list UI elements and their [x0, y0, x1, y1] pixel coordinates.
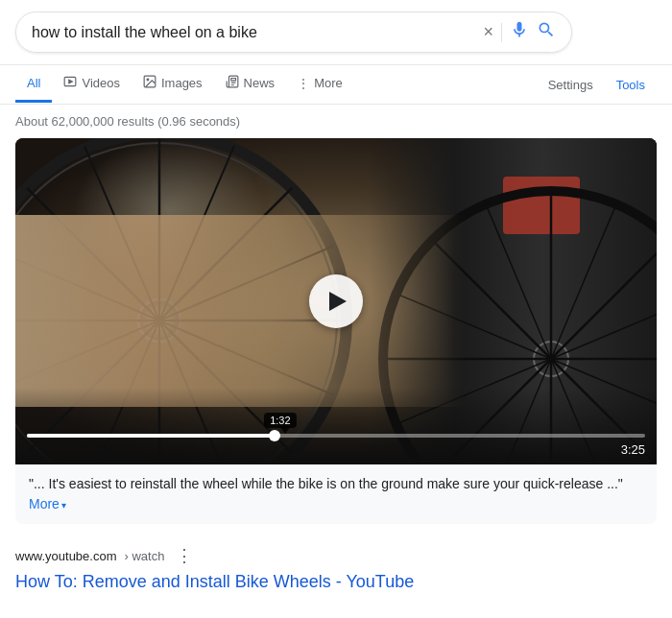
settings-link[interactable]: Settings [537, 68, 605, 102]
play-button[interactable] [309, 274, 363, 328]
source-domain: www.youtube.com [15, 549, 117, 563]
search-divider [501, 23, 502, 42]
search-icon[interactable] [537, 20, 556, 44]
snippet-more-link[interactable]: More▾ [29, 496, 66, 511]
videos-icon [63, 75, 77, 91]
search-bar-container: × [0, 0, 672, 65]
video-progress[interactable] [15, 434, 657, 438]
svg-point-3 [147, 79, 149, 81]
images-icon [143, 75, 156, 91]
tab-all[interactable]: All [15, 66, 52, 103]
tab-news-label: News [244, 76, 276, 90]
video-thumbnail[interactable]: 1:32 3:25 [15, 138, 657, 464]
mic-icon[interactable] [510, 20, 529, 44]
progress-filled [27, 434, 275, 438]
search-input[interactable] [32, 24, 483, 41]
scene-floor [15, 388, 657, 464]
tab-more-label: More [314, 76, 343, 90]
tab-news[interactable]: News [214, 65, 287, 104]
tab-videos[interactable]: Videos [52, 65, 132, 104]
video-result: 1:32 3:25 "... It's easiest to reinstall… [15, 138, 657, 524]
snippet-text: "... It's easiest to reinstall the wheel… [29, 476, 623, 491]
video-duration: 3:25 [621, 442, 645, 457]
source-path: › watch [125, 549, 165, 563]
nav-tabs: All Videos Images News ⋮ [0, 65, 672, 105]
tab-all-label: All [27, 76, 40, 90]
more-dots-icon: ⋮ [298, 77, 309, 90]
progress-track [27, 434, 645, 438]
video-source: www.youtube.com › watch ⋮ [0, 535, 672, 570]
news-icon [226, 75, 239, 91]
tab-videos-label: Videos [82, 76, 120, 90]
tools-link[interactable]: Tools [605, 68, 657, 102]
video-title-container: How To: Remove and Install Bike Wheels -… [0, 570, 672, 607]
tab-images-label: Images [161, 76, 203, 90]
video-title-link[interactable]: How To: Remove and Install Bike Wheels -… [15, 572, 414, 591]
search-bar: × [15, 12, 572, 53]
clear-icon[interactable]: × [483, 22, 493, 42]
tab-images[interactable]: Images [132, 65, 214, 104]
nav-right: Settings Tools [537, 68, 657, 102]
tab-more[interactable]: ⋮ More [286, 66, 354, 103]
progress-thumb [269, 430, 280, 441]
source-options-icon[interactable]: ⋮ [176, 545, 193, 566]
timestamp-arrow [279, 426, 291, 434]
video-snippet: "... It's easiest to reinstall the wheel… [15, 464, 657, 524]
svg-marker-1 [69, 80, 73, 83]
results-count: About 62,000,000 results (0.96 seconds) [0, 105, 672, 138]
chevron-down-icon: ▾ [61, 498, 66, 512]
play-triangle-icon [329, 292, 347, 311]
